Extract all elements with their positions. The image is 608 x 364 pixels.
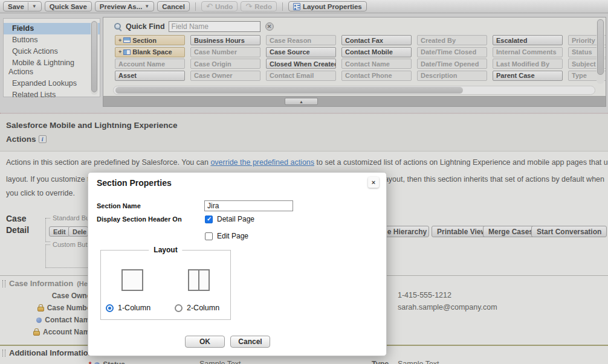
page-layout-editor: Save ▼ Quick Save Preview As... ▼ Cancel… xyxy=(0,0,608,364)
ok-button[interactable]: OK xyxy=(185,336,225,348)
dialog-title: Section Properties xyxy=(97,178,172,188)
one-column-option[interactable]: 1-Column xyxy=(106,304,150,312)
section-properties-dialog: Section Properties × Section Name Displa… xyxy=(88,172,387,356)
two-column-radio[interactable] xyxy=(175,304,183,312)
detail-page-option[interactable]: Detail Page xyxy=(205,215,254,223)
display-section-header-label: Display Section Header On xyxy=(97,216,182,223)
close-icon[interactable]: × xyxy=(368,177,379,188)
edit-page-option[interactable]: Edit Page xyxy=(205,232,248,240)
two-column-preview[interactable] xyxy=(188,269,210,291)
cancel-dialog-button[interactable]: Cancel xyxy=(230,336,270,348)
edit-page-checkbox[interactable] xyxy=(205,232,213,240)
column-split-line xyxy=(198,270,199,290)
detail-page-checkbox[interactable] xyxy=(205,216,213,223)
one-column-preview[interactable] xyxy=(121,269,143,291)
layout-legend: Layout xyxy=(149,246,182,254)
one-column-radio[interactable] xyxy=(106,304,114,312)
section-name-label: Section Name xyxy=(97,202,141,209)
two-column-option[interactable]: 2-Column xyxy=(175,304,219,312)
section-name-input[interactable] xyxy=(204,200,293,211)
